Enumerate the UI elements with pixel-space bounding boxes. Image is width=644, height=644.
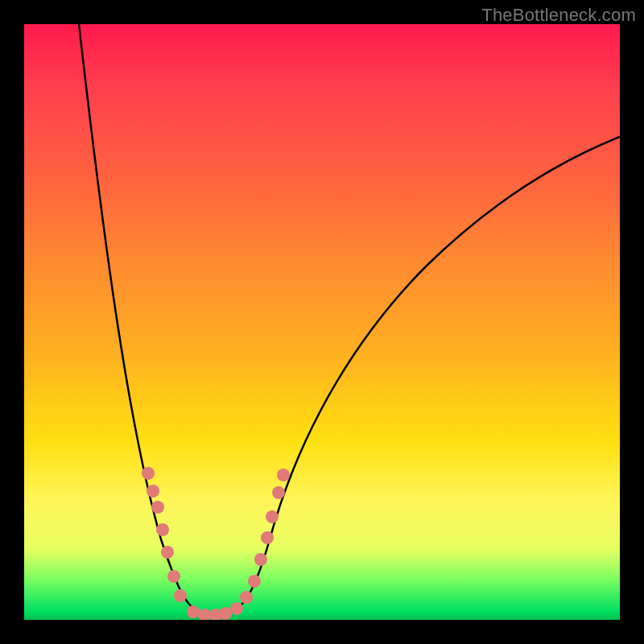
data-dot: [161, 546, 174, 559]
plot-area: [24, 24, 620, 620]
data-dot: [156, 523, 169, 536]
data-dot: [230, 602, 243, 615]
data-dot: [219, 607, 232, 620]
data-dot: [174, 589, 187, 602]
chart-frame: TheBottleneck.com: [0, 0, 644, 644]
data-dot: [198, 609, 211, 620]
data-dot: [272, 486, 285, 499]
data-dot: [248, 575, 261, 588]
data-dot: [266, 510, 279, 523]
data-dot: [142, 467, 155, 480]
watermark-text: TheBottleneck.com: [481, 5, 636, 26]
data-dot: [261, 531, 274, 544]
data-dot: [277, 469, 290, 481]
curve-svg: [24, 24, 620, 620]
data-dot: [167, 570, 180, 583]
data-dots: [142, 467, 290, 620]
data-dot: [187, 605, 200, 618]
data-dot: [147, 485, 159, 497]
data-dot: [254, 553, 267, 566]
data-dot: [151, 501, 164, 514]
data-dot: [240, 591, 253, 604]
